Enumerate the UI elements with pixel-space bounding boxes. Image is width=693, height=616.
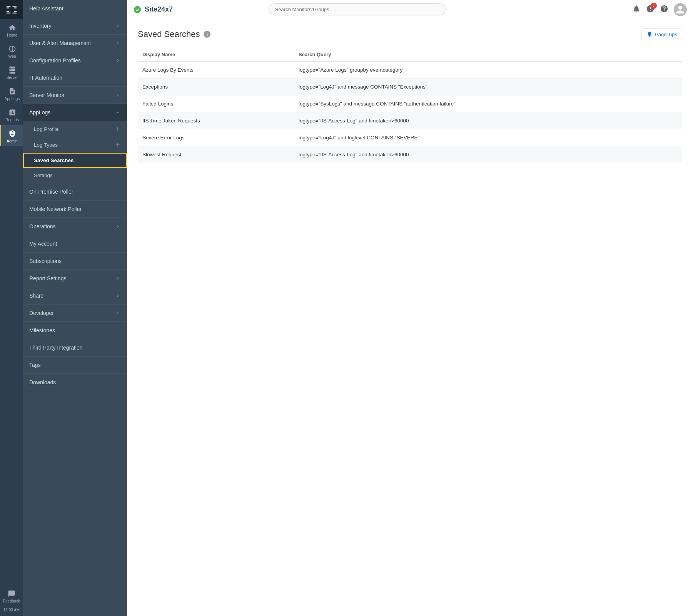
svg-rect-0 bbox=[7, 6, 11, 7]
notifications-bell-button[interactable] bbox=[632, 5, 641, 14]
notification-badge: 7 bbox=[651, 3, 657, 9]
nav-label-tags: Tags bbox=[29, 362, 41, 368]
chevron-right-icon bbox=[115, 57, 121, 64]
brand-icon bbox=[133, 5, 142, 14]
nav-label-downloads: Downloads bbox=[29, 379, 56, 385]
alerts-button[interactable]: 7 bbox=[646, 5, 655, 14]
sidebar-item-home[interactable]: Home bbox=[0, 19, 23, 40]
nav-item-developer[interactable]: Developer bbox=[23, 305, 127, 322]
nav-item-inventory[interactable]: Inventory bbox=[23, 17, 127, 35]
nav-item-third-party-integration[interactable]: Third Party Integration bbox=[23, 339, 127, 357]
nav-item-subscriptions[interactable]: Subscriptions bbox=[23, 253, 127, 270]
nav-item-my-account[interactable]: My Account bbox=[23, 235, 127, 253]
nav-label-settings: Settings bbox=[34, 172, 53, 178]
nav-sub-item-settings[interactable]: Settings bbox=[23, 168, 127, 183]
nav-item-user-alert-management[interactable]: User & Alert Management bbox=[23, 35, 127, 52]
bell-icon bbox=[632, 5, 641, 13]
current-time: 11:03 AM bbox=[0, 606, 23, 616]
search-input[interactable] bbox=[269, 3, 446, 15]
plus-icon bbox=[115, 126, 121, 132]
info-icon-button[interactable]: i bbox=[204, 31, 210, 38]
help-icon bbox=[660, 5, 668, 13]
table-row[interactable]: IIS Time Taken Requestslogtype="IIS-Acce… bbox=[138, 112, 682, 129]
table-body: Azure Logs By Eventslogtype="Azure Logs"… bbox=[138, 62, 682, 163]
user-avatar[interactable] bbox=[674, 3, 687, 16]
svg-rect-2 bbox=[12, 6, 17, 7]
saved-searches-table: Display Name Search Query Azure Logs By … bbox=[138, 48, 682, 163]
nav-label-help-assistant: Help Assistant bbox=[29, 5, 63, 12]
svg-rect-7 bbox=[12, 13, 17, 13]
nav-item-downloads[interactable]: Downloads bbox=[23, 374, 127, 391]
main-content: Site24x7 7 Saved Searches i bbox=[127, 0, 693, 616]
cell-display-name: Severe Error Logs bbox=[138, 129, 294, 146]
nav-label-developer: Developer bbox=[29, 310, 54, 316]
feedback-label: Feedback bbox=[3, 599, 20, 603]
nav-label-configuration-profiles: Configuration Profiles bbox=[29, 57, 81, 64]
nav-item-share[interactable]: Share bbox=[23, 287, 127, 305]
nav-item-report-settings[interactable]: Report Settings bbox=[23, 270, 127, 287]
page-tips-button[interactable]: Page Tips bbox=[641, 28, 682, 40]
sidebar-item-web[interactable]: Web bbox=[0, 40, 23, 62]
nav-item-server-monitor[interactable]: Server Monitor bbox=[23, 87, 127, 104]
web-icon bbox=[8, 45, 16, 53]
nav-item-mobile-network-poller[interactable]: Mobile Network Poller bbox=[23, 201, 127, 218]
nav-label-applogs: AppLogs bbox=[29, 109, 50, 116]
nav-label-user-alert-management: User & Alert Management bbox=[29, 40, 91, 46]
svg-point-8 bbox=[134, 6, 141, 13]
chevron-right-icon bbox=[115, 40, 121, 46]
nav-label-server-monitor: Server Monitor bbox=[29, 92, 65, 98]
nav-label-on-premise-poller: On-Premise Poller bbox=[29, 189, 73, 195]
table-row[interactable]: Severe Error Logslogtype="Log4J" and log… bbox=[138, 129, 682, 146]
nav-sub-item-log-types[interactable]: Log Types bbox=[23, 137, 127, 153]
sidebar-item-server[interactable]: Server bbox=[0, 62, 23, 83]
nav-label-third-party-integration: Third Party Integration bbox=[29, 345, 83, 351]
sidebar-label-server: Server bbox=[7, 75, 18, 80]
brand-name: Site24x7 bbox=[145, 5, 173, 13]
cell-search-query: logtype="Log4J" and message CONTAINS "Ex… bbox=[294, 79, 682, 95]
chevron-right-icon bbox=[115, 23, 121, 29]
nav-sub-item-saved-searches[interactable]: Saved Searches bbox=[23, 153, 127, 168]
table-row[interactable]: Exceptionslogtype="Log4J" and message CO… bbox=[138, 79, 682, 95]
nav-label-milestones: Milestones bbox=[29, 327, 55, 333]
page-tips-label: Page Tips bbox=[655, 32, 677, 37]
nav-item-applogs[interactable]: AppLogs bbox=[23, 104, 127, 121]
nav-item-operations[interactable]: Operations bbox=[23, 218, 127, 235]
nav-item-on-premise-poller[interactable]: On-Premise Poller bbox=[23, 183, 127, 201]
lightbulb-icon bbox=[646, 31, 653, 37]
nav-label-operations: Operations bbox=[29, 223, 55, 229]
table-row[interactable]: Slowest Requestlogtype="IIS-Access-Log" … bbox=[138, 146, 682, 163]
plus-icon bbox=[115, 142, 121, 148]
cell-search-query: logtype="Log4J" and loglevel CONTAINS "S… bbox=[294, 129, 682, 146]
help-button[interactable] bbox=[660, 5, 668, 14]
table-header-row: Display Name Search Query bbox=[138, 48, 682, 62]
nav-label-log-types: Log Types bbox=[34, 142, 58, 148]
nav-item-it-automation[interactable]: IT Automation bbox=[23, 69, 127, 87]
nav-item-configuration-profiles[interactable]: Configuration Profiles bbox=[23, 52, 127, 69]
sidebar-item-admin[interactable]: Admin bbox=[0, 125, 23, 146]
sidebar-item-applogs[interactable]: AppLogs bbox=[0, 83, 23, 104]
nav-item-milestones[interactable]: Milestones bbox=[23, 322, 127, 339]
nav-item-help-assistant[interactable]: Help Assistant bbox=[23, 0, 127, 17]
logo-area[interactable] bbox=[0, 0, 23, 19]
sidebar-label-applogs: AppLogs bbox=[5, 97, 20, 101]
sidebar-item-reports[interactable]: Reports bbox=[0, 104, 23, 125]
chevron-right-icon bbox=[115, 293, 121, 299]
search-bar[interactable] bbox=[269, 3, 446, 15]
icon-sidebar: Home Web Server AppLogs Reports Admin Fe… bbox=[0, 0, 23, 616]
page-title: Saved Searches bbox=[138, 29, 200, 39]
nav-item-tags[interactable]: Tags bbox=[23, 357, 127, 374]
server-icon bbox=[8, 66, 16, 74]
cell-search-query: logtype="SysLogs" and message CONTAINS "… bbox=[294, 95, 682, 112]
nav-label-share: Share bbox=[29, 293, 43, 299]
table-row[interactable]: Azure Logs By Eventslogtype="Azure Logs"… bbox=[138, 62, 682, 79]
nav-label-inventory: Inventory bbox=[29, 23, 52, 29]
nav-sub-item-log-profile[interactable]: Log Profile bbox=[23, 121, 127, 137]
table-row[interactable]: Failed Loginslogtype="SysLogs" and messa… bbox=[138, 95, 682, 112]
feedback-button[interactable]: Feedback bbox=[0, 585, 23, 606]
top-header: Site24x7 7 bbox=[127, 0, 693, 19]
applogs-icon bbox=[8, 87, 16, 95]
reports-icon bbox=[8, 109, 16, 116]
chevron-right-icon bbox=[115, 92, 121, 98]
nav-label-report-settings: Report Settings bbox=[29, 275, 67, 281]
chevron-right-icon bbox=[115, 310, 121, 316]
